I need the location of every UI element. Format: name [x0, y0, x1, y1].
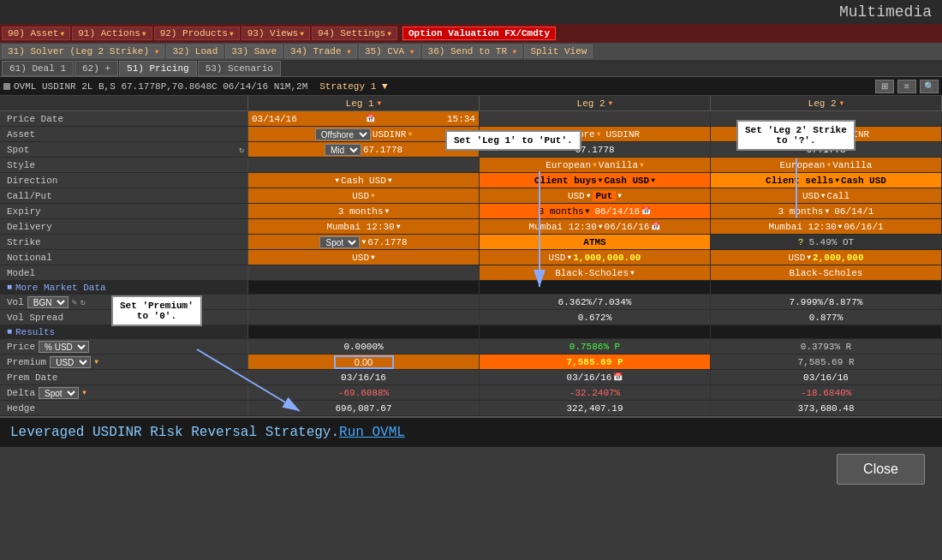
edit-vol-icon[interactable]: ✎: [72, 297, 77, 307]
sub-menu-save[interactable]: 33) Save: [225, 45, 283, 58]
sub-menu-trade[interactable]: 34) Trade ▼: [284, 45, 357, 58]
cell-premdate-col3: 03/16/16: [711, 370, 942, 384]
cell-price-date-col1[interactable]: 03/14/16 📅 15:34: [248, 111, 480, 126]
row-more-market: ■ More Market Data: [0, 281, 942, 295]
sub-menu-solver[interactable]: 31) Solver (Leg 2 Strike) ▼: [2, 45, 164, 58]
cell-delivery-col2[interactable]: Mumbai 12:30 ▼ 06/16/16 📅: [480, 219, 711, 234]
cell-expiry-col1[interactable]: 3 months ▼: [248, 204, 480, 218]
menu-item-asset[interactable]: 90) Asset ▼: [2, 27, 70, 40]
cell-model-col2[interactable]: Black-Scholes ▼: [480, 265, 711, 280]
row-price: Price % USD 0.0000% 0.7586% P 0.3793% R: [0, 339, 942, 354]
main-wrapper: OVML USDINR 2L B,S 67.1778P,70.8648C 06/…: [0, 77, 942, 416]
menu-arrow: ▼: [387, 30, 391, 38]
cell-model-col3[interactable]: Black-Scholes: [711, 265, 942, 280]
cell-notional-col3[interactable]: USD ▼ 2,000,000: [711, 250, 942, 265]
refresh-vol-icon[interactable]: ↻: [80, 297, 86, 307]
strike-type-select[interactable]: Spot: [319, 236, 360, 248]
cell-direction-col2[interactable]: Client buys ▼ Cash USD ▼: [480, 173, 711, 188]
cell-direction-col1[interactable]: ▼ Cash USD ▼: [248, 173, 480, 188]
refresh-spot-icon[interactable]: ↻: [239, 145, 244, 155]
cell-spot-col1[interactable]: Mid 67.1778: [248, 142, 480, 157]
menu-item-actions[interactable]: 91) Actions ▼: [72, 27, 152, 40]
sub-menu-cva[interactable]: 35) CVA ▼: [359, 45, 420, 58]
cell-asset-col3[interactable]: Offshore ▼ USDINR: [711, 127, 942, 141]
cell-asset-col2[interactable]: Offshore ▼ USDINR: [480, 127, 711, 141]
cell-notional-col1[interactable]: USD ▼: [248, 250, 480, 265]
instrument-title: OVML USDINR 2L B,S 67.1778P,70.8648C 06/…: [14, 81, 307, 92]
row-vol: Vol BGN ✎ ↻ 6.362%/7.034% 7.999%/8.877%: [0, 295, 942, 310]
row-price-date: Price Date 03/14/16 📅 15:34: [0, 111, 942, 127]
row-model: Model Black-Scholes ▼ Black-Scholes: [0, 265, 942, 281]
close-button[interactable]: Close: [837, 454, 925, 485]
cell-vol-col3: 7.999%/8.877%: [711, 295, 942, 309]
run-ovml-link[interactable]: Run OVML: [339, 425, 405, 440]
cell-spot-col3: 67.1778: [711, 142, 942, 157]
cell-delivery-col3[interactable]: Mumbai 12:30 ▼ 06/16/1: [711, 219, 942, 234]
cell-premium-col1[interactable]: [248, 354, 480, 369]
grid-icon-btn[interactable]: ⊞: [875, 80, 894, 93]
row-prem-date: Prem Date 03/16/16 03/16/16 📅 03/16/16: [0, 370, 942, 385]
search-icon-btn[interactable]: 🔍: [920, 80, 939, 93]
row-vol-spread: Vol Spread 0.672% 0.877%: [0, 310, 942, 325]
cell-strike-col1[interactable]: Spot ▼ 67.1778: [248, 235, 480, 249]
vol-source-select[interactable]: BGN: [27, 296, 69, 308]
cell-more-col2: [480, 281, 711, 294]
cell-volspread-col3: 0.877%: [711, 310, 942, 325]
col-header-label: [0, 96, 248, 110]
status-text: Leveraged USDINR Risk Reversal Strategy.: [10, 425, 339, 440]
delta-type-select[interactable]: Spot: [39, 387, 79, 399]
col-header-leg1[interactable]: Leg 1 ▼: [248, 96, 480, 110]
tab-scenario[interactable]: 53) Scenario: [198, 61, 281, 76]
sub-menu-split-view[interactable]: Split View: [524, 45, 593, 58]
cell-price-col1: 0.0000%: [248, 339, 480, 354]
cell-asset-col1[interactable]: Offshore USDINR ▼: [248, 127, 480, 141]
cell-style-col3[interactable]: European ▼ Vanilla: [711, 158, 942, 172]
cell-volspread-col2: 0.672%: [480, 310, 711, 325]
spot-mid-select[interactable]: Mid: [325, 144, 361, 156]
label-premium: Premium USD ▼: [0, 354, 248, 369]
list-icon-btn[interactable]: ≡: [897, 80, 916, 93]
asset-offshore-select[interactable]: Offshore: [315, 128, 371, 140]
premium-unit-select[interactable]: USD: [50, 356, 91, 368]
cell-expiry-col3[interactable]: 3 months ▼ 06/14/1: [711, 204, 942, 218]
cell-direction-col3[interactable]: Client sells ▼ Cash USD: [711, 173, 942, 188]
strategy-label[interactable]: Strategy 1 ▼: [319, 81, 387, 92]
row-asset: Asset Offshore USDINR ▼ Offshore ▼ USDIN…: [0, 127, 942, 142]
cell-callput-col1[interactable]: USD ▼: [248, 188, 480, 203]
menu-item-products[interactable]: 92) Products ▼: [154, 27, 240, 40]
cell-price-date-col2: [480, 111, 711, 126]
app-title: Multimedia: [839, 3, 932, 21]
cell-strike-col2[interactable]: ATMS: [480, 235, 711, 249]
cell-vol-col1: [248, 295, 480, 309]
col-header-leg2a[interactable]: Leg 2 ▼: [480, 96, 711, 110]
label-delta: Delta Spot ▼: [0, 385, 248, 400]
tab-deal1[interactable]: 61) Deal 1: [2, 61, 74, 76]
row-delivery: Delivery Mumbai 12:30 ▼ Mumbai 12:30 ▼ 0…: [0, 219, 942, 235]
tab-pricing[interactable]: 51) Pricing: [119, 61, 197, 76]
menu-arrow: ▼: [300, 30, 304, 38]
premium-input[interactable]: [334, 355, 394, 369]
cell-callput-col2[interactable]: USD ▼ Put ▼: [480, 188, 711, 203]
arrow-icon: ▼: [513, 48, 517, 56]
cell-price-date-col3: [711, 111, 942, 126]
menu-item-views[interactable]: 93) Views ▼: [241, 27, 310, 40]
tab-deal-plus[interactable]: 62) +: [75, 61, 118, 76]
menu-item-settings[interactable]: 94) Settings ▼: [312, 27, 397, 40]
cell-expiry-col2[interactable]: 3 months ▼ 06/14/16 📅: [480, 204, 711, 218]
price-unit-select[interactable]: % USD: [39, 341, 89, 353]
cell-more-col1: [248, 281, 480, 294]
cell-style-col2[interactable]: European ▼ Vanilla ▼: [480, 158, 711, 172]
cell-callput-col3[interactable]: USD ▼ Call: [711, 188, 942, 203]
sub-menu-load[interactable]: 32) Load: [166, 45, 224, 58]
col-header-leg2b[interactable]: Leg 2 ▼: [711, 96, 942, 110]
sub-menu-send-tr[interactable]: 36) Send to TR ▼: [422, 45, 523, 58]
cell-delivery-col1[interactable]: Mumbai 12:30 ▼: [248, 219, 480, 234]
cell-notional-col2[interactable]: USD ▼ 1,000,000.00: [480, 250, 711, 265]
dot-indicator: [3, 83, 10, 90]
cell-strike-col3[interactable]: ? 5.49% OT: [711, 235, 942, 249]
menu-item-option-val[interactable]: Option Valuation FX/Cmdty: [402, 27, 556, 40]
menu-bar: 90) Asset ▼ 91) Actions ▼ 92) Products ▼…: [0, 24, 942, 43]
row-spot: Spot ↻ Mid 67.1778 67.1778 67.1778: [0, 142, 942, 158]
arrow-icon: ▼: [347, 48, 351, 56]
label-price-date: Price Date: [0, 111, 248, 126]
